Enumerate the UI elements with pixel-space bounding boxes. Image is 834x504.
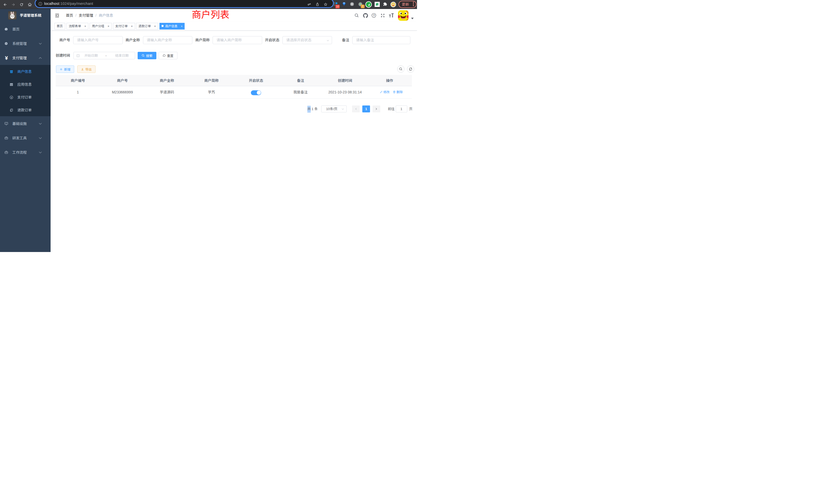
svg-text:?: ? bbox=[373, 14, 375, 17]
svg-text:¥: ¥ bbox=[11, 96, 12, 98]
